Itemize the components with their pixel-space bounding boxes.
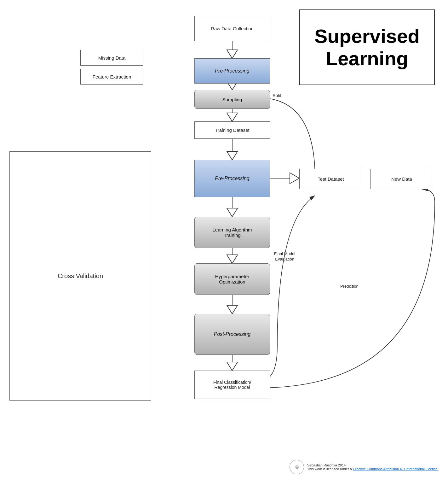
post-processing-box: Post-Processing — [194, 314, 270, 355]
diagram-container: Supervised Learning Raw Data Collection … — [0, 0, 448, 480]
svg-marker-8 — [227, 113, 238, 121]
svg-marker-4 — [227, 50, 238, 58]
footer-text: Sebastian Raschka 2014 This work is lice… — [307, 463, 439, 471]
feature-extraction-box: Feature Extraction — [80, 69, 143, 85]
svg-marker-20 — [290, 173, 299, 184]
supervised-learning-title: Supervised Learning — [299, 9, 435, 85]
split-label: Split — [273, 93, 281, 98]
pre-processing-mid-box: Pre-Processing — [194, 160, 270, 197]
hyperparameter-box: Hyperparameter Optimization — [194, 263, 270, 295]
test-dataset-box: Test Dataset — [299, 169, 362, 189]
final-model-evaluation-label: Final Model Evaluation — [274, 246, 295, 262]
missing-data-box: Missing Data — [80, 50, 143, 66]
final-classification-box: Final Classification/ Regression Model — [194, 371, 270, 399]
sampling-box: Sampling — [194, 90, 270, 109]
raw-data-collection-box: Raw Data Collection — [194, 16, 270, 41]
svg-marker-16 — [227, 305, 238, 314]
svg-marker-14 — [227, 255, 238, 263]
cc-icon: Ⓐ — [290, 460, 304, 474]
license-link[interactable]: Creative Commons Attribution 4.0 Interna… — [353, 467, 439, 471]
cross-validation-box: Cross Validation — [9, 151, 151, 401]
training-dataset-box: Training Dataset — [194, 121, 270, 139]
pre-processing-top-box: Pre-Processing — [194, 58, 270, 84]
svg-marker-10 — [227, 151, 238, 160]
svg-marker-18 — [227, 362, 238, 371]
prediction-label: Prediction — [340, 284, 359, 289]
new-data-box: New Data — [370, 169, 433, 189]
svg-marker-12 — [227, 208, 238, 217]
footer: Ⓐ Sebastian Raschka 2014 This work is li… — [290, 460, 439, 474]
learning-algorithm-box: Learning Algorithm Training — [194, 217, 270, 248]
